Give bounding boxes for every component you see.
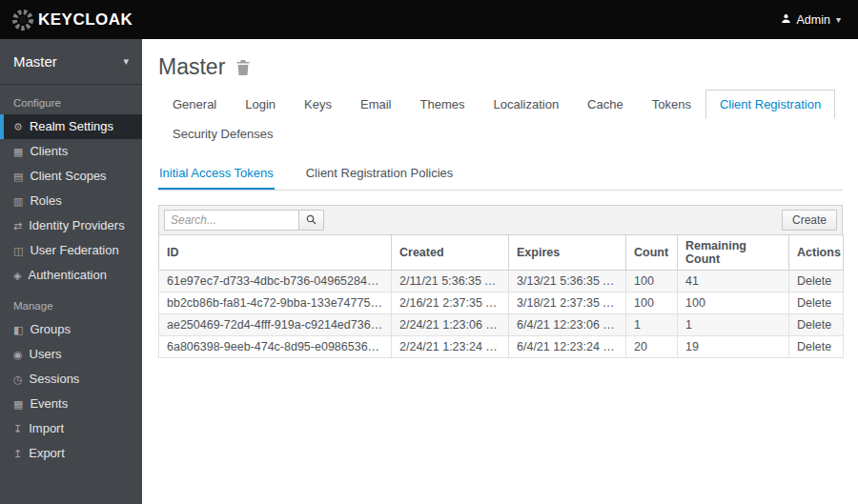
lock-icon: ◈ (13, 269, 21, 282)
token-remaining-count: 41 (678, 271, 789, 292)
table-header-row: ID Created Expires Count Remaining Count… (159, 235, 844, 271)
delete-realm-button[interactable] (236, 60, 250, 75)
token-remaining-count: 100 (678, 292, 789, 314)
cube-icon: ▦ (13, 145, 23, 158)
sidebar-item-label: Identity Providers (29, 218, 124, 232)
token-expires: 6/4/21 12:23:24 PM (509, 336, 626, 358)
token-remaining-count: 19 (678, 336, 789, 358)
clock-icon: ◷ (13, 373, 23, 386)
search-button[interactable] (298, 210, 324, 231)
subtab-client-registration-policies[interactable]: Client Registration Policies (305, 158, 455, 190)
keycloak-logo-icon (11, 9, 34, 31)
main-content: Master General Login Keys Email Themes L… (142, 39, 858, 504)
delete-token-button[interactable]: Delete (797, 274, 831, 288)
token-expires: 6/4/21 12:23:06 PM (509, 314, 626, 336)
realm-selector[interactable]: Master ▾ (0, 39, 142, 85)
user-menu[interactable]: Admin ▾ (781, 13, 841, 27)
table-row: 61e97ec7-d733-4dbc-b736-049652847a98 2/1… (159, 271, 844, 292)
sidebar-item-label: Events (30, 396, 68, 411)
sidebar-section-manage: Manage (0, 288, 142, 317)
tab-general[interactable]: General (158, 90, 231, 119)
sidebar-item-label: Import (29, 421, 64, 435)
search-icon (306, 213, 317, 228)
sidebar-item-export[interactable]: ↥Export (0, 441, 142, 466)
column-header-actions: Actions (789, 235, 844, 271)
tab-email[interactable]: Email (346, 90, 406, 119)
realm-tabs-row-2: Security Defenses (158, 119, 843, 149)
token-count: 100 (626, 271, 678, 292)
user-icon (781, 13, 791, 27)
tab-client-registration[interactable]: Client Registration (705, 90, 835, 119)
table-row: 6a806398-9eeb-474c-8d95-e0986536a74c 2/2… (159, 336, 844, 358)
sidebar-item-realm-settings[interactable]: ⚙Realm Settings (0, 114, 142, 139)
sidebar-item-label: Realm Settings (30, 119, 113, 133)
tab-themes[interactable]: Themes (405, 90, 479, 119)
token-expires: 3/13/21 5:36:35 AM (509, 271, 626, 292)
create-button[interactable]: Create (782, 210, 837, 231)
import-icon: ↧ (13, 422, 22, 435)
sidebar-item-label: Export (29, 446, 65, 460)
chevron-down-icon: ▾ (836, 14, 841, 25)
sidebar-item-identity-providers[interactable]: ⇄Identity Providers (0, 213, 142, 238)
sidebar-item-import[interactable]: ↧Import (0, 416, 142, 441)
token-remaining-count: 1 (678, 314, 789, 336)
token-count: 1 (626, 314, 678, 336)
chevron-down-icon: ▾ (123, 55, 129, 68)
keycloak-brand[interactable]: KEYCLOAK (11, 9, 133, 31)
export-icon: ↥ (13, 447, 22, 460)
exchange-icon: ⇄ (13, 219, 22, 232)
tab-login[interactable]: Login (231, 90, 290, 119)
sidebar-item-label: Sessions (30, 372, 80, 386)
subtab-initial-access-tokens[interactable]: Initial Access Tokens (158, 158, 275, 190)
token-id: bb2cb86b-fa81-4c72-9bba-133e7477507c (159, 292, 392, 314)
sidebar-item-label: Roles (30, 193, 61, 208)
token-created: 2/24/21 1:23:06 PM (392, 314, 509, 336)
sidebar-item-label: Users (30, 347, 62, 361)
client-registration-subtabs: Initial Access Tokens Client Registratio… (158, 158, 843, 191)
token-count: 20 (626, 336, 678, 358)
tab-cache[interactable]: Cache (573, 90, 638, 119)
database-icon: ◫ (13, 244, 23, 257)
sidebar-item-roles[interactable]: ▥Roles (0, 189, 142, 213)
sidebar-item-sessions[interactable]: ◷Sessions (0, 367, 142, 392)
column-header-count: Count (626, 235, 678, 271)
token-created: 2/16/21 2:37:35 AM (392, 292, 509, 314)
token-id: 61e97ec7-d733-4dbc-b736-049652847a98 (159, 271, 392, 292)
user-icon: ◉ (13, 348, 23, 361)
sidebar-item-clients[interactable]: ▦Clients (0, 139, 142, 164)
sidebar-item-label: Groups (30, 322, 71, 336)
delete-token-button[interactable]: Delete (797, 318, 831, 332)
sliders-icon: ⚙ (13, 120, 23, 133)
token-id: 6a806398-9eeb-474c-8d95-e0986536a74c (159, 336, 392, 358)
token-id: ae250469-72d4-4fff-919a-c9214ed73682 (159, 314, 392, 336)
column-header-expires: Expires (509, 235, 626, 271)
calendar-icon: ▦ (13, 397, 23, 411)
sidebar: Master ▾ Configure ⚙Realm Settings ▦Clie… (0, 39, 142, 504)
tab-tokens[interactable]: Tokens (638, 90, 705, 119)
token-count: 100 (626, 292, 678, 314)
realm-tabs-row-1: General Login Keys Email Themes Localiza… (158, 90, 843, 119)
top-bar: KEYCLOAK Admin ▾ (0, 0, 858, 39)
brand-text: KEYCLOAK (38, 10, 133, 30)
users-icon: ◧ (13, 323, 23, 336)
sidebar-item-client-scopes[interactable]: ▤Client Scopes (0, 164, 142, 189)
sidebar-item-users[interactable]: ◉Users (0, 342, 142, 367)
sidebar-item-events[interactable]: ▦Events (0, 392, 142, 416)
sidebar-item-label: User Federation (30, 243, 118, 257)
sidebar-item-groups[interactable]: ◧Groups (0, 317, 142, 342)
table-row: bb2cb86b-fa81-4c72-9bba-133e7477507c 2/1… (159, 292, 844, 314)
token-created: 2/11/21 5:36:35 AM (392, 271, 509, 292)
tab-localization[interactable]: Localization (479, 90, 573, 119)
column-header-id: ID (159, 235, 392, 271)
search-input[interactable] (164, 210, 299, 231)
sidebar-item-authentication[interactable]: ◈Authentication (0, 263, 142, 288)
tab-keys[interactable]: Keys (290, 90, 346, 119)
table-toolbar: Create (158, 205, 843, 234)
table-row: ae250469-72d4-4fff-919a-c9214ed73682 2/2… (159, 314, 844, 336)
sidebar-item-user-federation[interactable]: ◫User Federation (0, 238, 142, 263)
sidebar-section-configure: Configure (0, 85, 142, 114)
delete-token-button[interactable]: Delete (797, 340, 831, 353)
initial-access-tokens-table: ID Created Expires Count Remaining Count… (158, 234, 844, 358)
delete-token-button[interactable]: Delete (797, 296, 831, 310)
tab-security-defenses[interactable]: Security Defenses (158, 119, 288, 149)
